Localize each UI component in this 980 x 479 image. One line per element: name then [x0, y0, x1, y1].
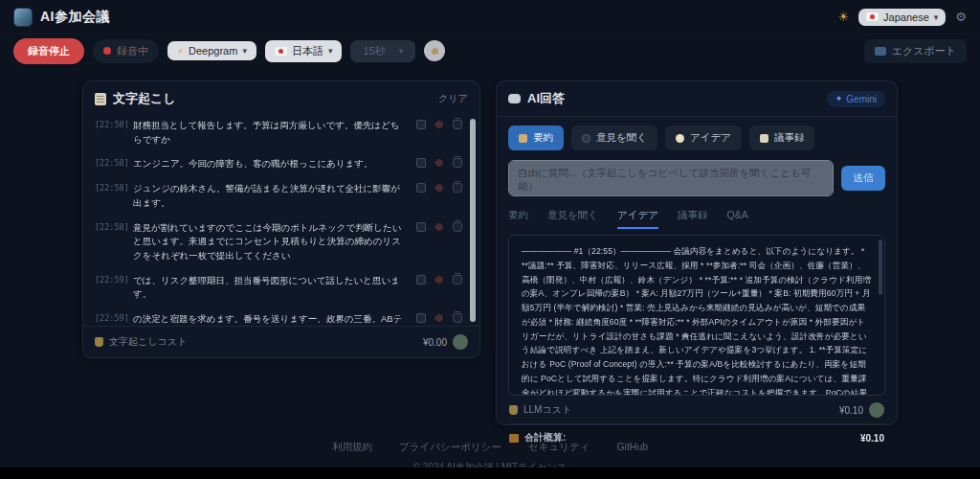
clipboard-icon	[519, 134, 527, 143]
japan-flag-icon	[275, 47, 287, 56]
provider-badge	[453, 334, 468, 350]
quick-button-label: 議事録	[774, 131, 805, 145]
transcript-text: 財務担当として報告します。予算は両方厳しいです。優先はどちらですか	[133, 119, 409, 147]
transcript-entry: [22:58] 意見が割れていますのでここは今期のボトルネックで判断したいと思い…	[95, 221, 462, 263]
main-content: 文字起こし クリア [22:58] 財務担当として報告します。予算は両方厳しいで…	[82, 80, 898, 425]
memo-icon	[95, 93, 106, 105]
transcript-text: エンジニア。今回の障害も、客の職が根っこにあります。	[133, 157, 409, 171]
quick-button-opinion[interactable]: 意見を聞く	[571, 125, 657, 150]
quick-button-minutes[interactable]: 議事録	[749, 125, 815, 150]
transcript-text: の決定と宿題を求めます。番号を送りますー、政界の三番。ABテストの比較	[133, 312, 409, 326]
pin-icon[interactable]	[434, 183, 445, 194]
ai-panel-title: AI回答	[508, 90, 565, 107]
timestamp: [22:58]	[95, 119, 133, 129]
trash-icon[interactable]	[453, 183, 462, 193]
pin-icon[interactable]	[434, 158, 445, 169]
transcript-scrollbar[interactable]	[470, 119, 476, 322]
question-input[interactable]	[508, 160, 834, 196]
quick-button-idea[interactable]: アイデア	[665, 125, 742, 150]
model-badge: ✦ Gemini	[827, 91, 885, 107]
japan-flag-icon	[866, 12, 879, 21]
money-bag-icon	[509, 405, 518, 415]
theme-toggle-icon[interactable]: ☀	[837, 11, 849, 23]
trash-icon[interactable]	[453, 120, 462, 129]
transcript-panel: 文字起こし クリア [22:58] 財務担当として報告します。予算は両方厳しいで…	[82, 80, 480, 358]
trash-icon[interactable]	[453, 275, 462, 285]
lightning-icon: ⚡	[177, 46, 184, 57]
answer-tabs: 要約 意見を聞く アイデア 議事録 Q&A	[508, 209, 885, 229]
chevron-down-icon: ▾	[934, 12, 939, 22]
quick-button-label: アイデア	[690, 131, 731, 145]
timestamp: [22:59]	[95, 274, 133, 285]
content-scrollbar[interactable]	[879, 240, 882, 295]
clear-button[interactable]: クリア	[438, 92, 468, 105]
copy-icon[interactable]	[416, 222, 426, 232]
interval-selector[interactable]: 15秒 ▾	[350, 40, 415, 62]
money-bag-icon	[95, 337, 103, 347]
quick-button-summary[interactable]: 要約	[508, 125, 564, 150]
chevron-down-icon: ▾	[242, 46, 247, 56]
audio-test-button[interactable]	[424, 40, 445, 61]
timestamp: [22:59]	[95, 312, 133, 323]
trash-icon[interactable]	[453, 313, 462, 323]
timestamp: [22:58]	[95, 221, 133, 232]
engine-selector[interactable]: ⚡ Deepgram ▾	[167, 41, 256, 60]
copy-icon[interactable]	[416, 275, 426, 285]
pin-icon[interactable]	[434, 274, 445, 285]
engine-value: Deepgram	[189, 45, 237, 57]
stop-recording-button[interactable]: 録音停止	[13, 38, 84, 64]
export-label: エクスポート	[892, 44, 956, 58]
chevron-down-icon: ▾	[399, 46, 404, 56]
tab-minutes[interactable]: 議事録	[678, 209, 708, 229]
copy-icon[interactable]	[416, 120, 426, 129]
tab-idea[interactable]: アイデア	[617, 209, 658, 229]
listen-icon	[582, 134, 590, 143]
ui-language-value: Japanese	[883, 11, 929, 23]
copy-icon[interactable]	[416, 183, 426, 193]
toolbar: 録音停止 録音中 ⚡ Deepgram ▾ 日本語 ▾ 15秒 ▾ エクスポート	[0, 34, 980, 67]
transcript-cost-label: 文字起こしコスト	[109, 335, 187, 349]
chat-bubble-icon	[508, 94, 521, 103]
quick-actions: 要約 意見を聞く アイデア 議事録	[508, 125, 885, 150]
transcript-title-label: 文字起こし	[113, 90, 176, 107]
speaker-icon	[432, 48, 438, 55]
transcript-list: [22:58] 財務担当として報告します。予算は両方厳しいです。優先はどちらです…	[83, 116, 479, 326]
footer-link-terms[interactable]: 利用規約	[332, 441, 372, 454]
transcript-entry: [22:59] の決定と宿題を求めます。番号を送りますー、政界の三番。ABテスト…	[95, 312, 462, 326]
tab-opinion[interactable]: 意見を聞く	[547, 209, 598, 229]
total-cost-value: ¥0.10	[860, 433, 884, 444]
tab-qa[interactable]: Q&A	[726, 209, 747, 229]
copy-icon[interactable]	[416, 158, 426, 168]
footer-link-privacy[interactable]: プライバシーポリシー	[399, 441, 501, 454]
ai-answer-content-box: ―――――― #1（22:55）―――――― 会議内容をまとめると、以下のように…	[508, 235, 885, 396]
transcript-cost-label-group: 文字起こしコスト	[95, 335, 187, 349]
footer-link-github[interactable]: GitHub	[616, 441, 648, 454]
timestamp: [22:58]	[95, 182, 133, 193]
bottom-black-strip	[0, 468, 980, 479]
app-title: AI参加会議	[40, 9, 110, 26]
bar-chart-icon	[509, 434, 519, 443]
record-dot-icon	[103, 47, 111, 55]
pin-icon[interactable]	[434, 313, 445, 324]
trash-icon[interactable]	[453, 222, 462, 232]
ai-title-label: AI回答	[527, 90, 565, 107]
llm-cost-value: ¥0.10	[839, 405, 863, 416]
tab-summary[interactable]: 要約	[508, 209, 528, 229]
recording-status-badge: 録音中	[93, 39, 159, 63]
pin-icon[interactable]	[434, 221, 445, 232]
model-badge-label: Gemini	[846, 94, 877, 104]
transcript-cost-row: 文字起こしコスト ¥0.00	[83, 326, 479, 357]
send-button[interactable]: 送信	[841, 166, 885, 191]
quick-button-label: 意見を聞く	[596, 131, 647, 145]
trash-icon[interactable]	[453, 158, 462, 168]
copy-icon[interactable]	[416, 313, 426, 323]
speech-language-value: 日本語	[292, 44, 323, 58]
export-button[interactable]: エクスポート	[864, 39, 967, 63]
footer-link-security[interactable]: セキュリティ	[528, 441, 590, 454]
settings-gear-icon[interactable]: ⚙	[955, 11, 967, 23]
ui-language-selector[interactable]: Japanese ▾	[858, 9, 946, 26]
pin-icon[interactable]	[434, 120, 445, 130]
chevron-down-icon: ▾	[328, 46, 333, 56]
transcript-text: では、リスク整理期日、担当番号図形について話したいと思います。	[133, 274, 409, 302]
speech-language-selector[interactable]: 日本語 ▾	[265, 40, 343, 62]
